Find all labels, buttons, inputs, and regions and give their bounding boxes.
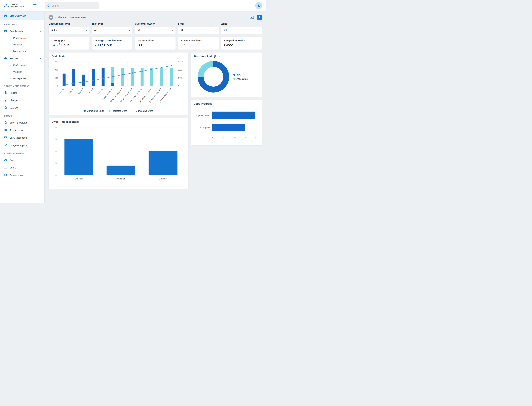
kpi-label: Active Robots [138,39,173,42]
sidebar-subitem-reports-visibility[interactable]: Visibility [0,69,44,75]
sidebar-subitem-dashboards-visibility[interactable]: Visibility [0,41,44,48]
svg-text:Drop Off: Drop Off [159,177,167,180]
kpi-value: 30 [138,43,173,47]
breadcrumb: TEST › Site 1 ▾ › Site Overview ? [49,14,262,21]
legend-associates: Associates [233,78,248,80]
sidebar-subitem-dashboards-management[interactable]: Management [0,48,44,54]
chevron-down-icon[interactable]: ▾ [40,57,41,59]
charts-area: Glide Path 04008001200040008000120004:00… [49,52,262,189]
filter-label: Floor [178,22,219,25]
bots-swatch [233,74,235,76]
kpi-label: Active Associates [181,39,216,42]
search-input[interactable] [45,2,99,9]
kpi-row: Throughput 345 / Hour Average Associate … [49,37,262,50]
logo-line1: LOCUS [10,3,25,6]
sidebar-item-chargers[interactable]: Chargers [0,96,44,104]
sidebar-subitem-reports-performance[interactable]: Performance [0,62,44,69]
svg-text:10: 10 [54,150,57,152]
sidebar-item-dashboards[interactable]: Dashboards ▾ [0,27,44,35]
section-tools: TOOLS [0,112,44,119]
resource-ratio-chart [197,60,230,93]
bullet-icon [10,51,11,52]
select-value: Units [51,29,57,32]
chevron-down-icon: ▾ [129,29,130,31]
sidebar-item-label: Site [9,159,14,161]
kpi-active-robots: Active Robots 30 [135,37,176,50]
dwell-time-chart: 05101520On TaskInductionDrop Off [52,125,185,186]
zone-select[interactable]: All ▾ [221,27,262,34]
robot-icon [4,91,7,94]
kpi-average-associate-rate: Average Associate Rate 299 / Hour [92,37,133,50]
svg-text:On Task: On Task [75,177,83,180]
filter-measurement-unit: Measurement Unit Units ▾ [49,22,89,34]
svg-text:(Current) 09:00 AM: (Current) 09:00 AM [101,88,113,102]
kpi-label: Throughput [51,39,87,42]
svg-text:800: 800 [55,69,58,71]
sidebar-item-usage-analytics[interactable]: Usage Analytics [0,141,44,149]
sidebar-item-reports[interactable]: Reports ▾ [0,54,44,62]
site-selector[interactable]: Site 1 ▾ [58,16,66,19]
hamburger-icon [33,4,36,5]
select-value: All [181,29,183,32]
resource-ratio-legend: Bots Associates [233,73,248,80]
app-root: LOCUS ROBOTICS Site Overview [0,0,266,203]
sidebar-item-ipad-access[interactable]: iPad Access [0,126,44,134]
site-badge[interactable]: TEST [49,15,53,20]
glide-path-legend: Completed Units Projected Units Cumulati… [52,109,185,112]
svg-text:1200: 1200 [53,60,58,63]
sidebar-item-label: Dashboards [9,30,23,32]
task-type-select[interactable]: All ▾ [92,27,133,34]
help-button[interactable]: ? [257,15,262,20]
sidebar-item-label: Chargers [9,99,20,102]
sidebar-subitem-reports-management[interactable]: Management [0,75,44,82]
sidebar-item-cms-messages[interactable]: CMS Messages [0,134,44,141]
svg-text:20: 20 [54,126,57,128]
section-analytics: ANALYTICS [0,20,44,27]
filter-zone: Zone All ▾ [221,22,262,34]
sidebar-item-robots[interactable]: Robots [0,89,44,96]
menu-button[interactable] [32,4,37,8]
chevron-down-icon: ▾ [215,29,216,31]
svg-text:150: 150 [244,136,247,139]
users-icon [4,166,7,169]
measurement-unit-select[interactable]: Units ▾ [49,27,89,34]
sidebar-item-site-file-upload[interactable]: Site File Upload [0,119,44,126]
sidebar-item-site[interactable]: Site [0,156,44,164]
dwell-time-card: Dwell Time (Seconds) 05101520On TaskIndu… [49,118,189,189]
search-box [45,2,99,9]
filter-customer-owner: Customer Owner All ▾ [135,22,176,34]
kpi-integration-health: Integration Health Good [221,37,262,50]
completed-units-swatch [84,110,86,112]
select-value: All [224,29,226,32]
bullet-icon [10,44,11,45]
chevron-down-icon: ▾ [172,29,173,31]
sidebar-item-devices[interactable]: Devices [0,104,44,112]
svg-text:0: 0 [57,85,58,87]
bullet-icon [10,78,11,79]
sidebar-item-site-overview[interactable]: Site Overview [0,12,44,20]
kpi-value: Good [224,43,259,47]
svg-text:4:00 AM: 4:00 AM [58,88,64,94]
sidebar-item-label: Site Overview [9,14,26,17]
cast-icon [250,15,254,19]
svg-text:Induction: Induction [117,177,126,180]
glide-path-chart: 04008001200040008000120004:00 AM5:00 AM6… [52,59,185,109]
floor-select[interactable]: All ▾ [178,27,219,34]
kpi-value: 12 [181,43,216,47]
jobs-progress-card: Jobs Progress 050100150200Open to Induct… [191,100,262,145]
chevron-down-icon[interactable]: ▾ [40,30,41,32]
svg-text:200: 200 [255,136,258,139]
sidebar-item-permissions[interactable]: Permissions [0,171,44,179]
customer-owner-select[interactable]: All ▾ [135,27,176,34]
avatar[interactable] [255,2,262,9]
sidebar-subitem-dashboards-performance[interactable]: Performance [0,35,44,41]
svg-text:400: 400 [55,77,58,79]
sidebar-item-users[interactable]: Users [0,164,44,171]
filter-label: Zone [221,22,262,25]
filter-label: Customer Owner [135,22,176,25]
sidebar-item-label: iPad Access [9,129,23,131]
sidebar-subitem-label: Management [13,77,27,80]
home-icon [4,14,7,17]
svg-text:5: 5 [55,162,56,164]
cast-button[interactable] [250,15,254,20]
